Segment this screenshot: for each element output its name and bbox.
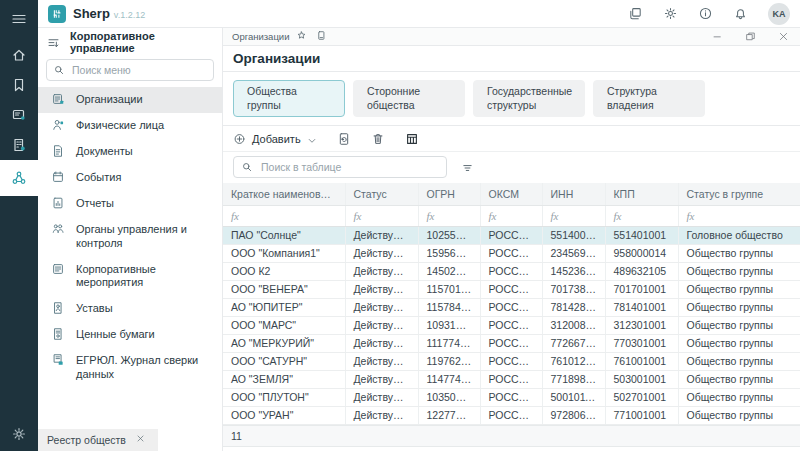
rail-item-hamburger-menu-icon[interactable] (0, 4, 38, 34)
sidebar-item[interactable]: Уставы (38, 296, 222, 322)
sidebar-item[interactable]: Органы управления и контроля (38, 217, 222, 257)
table-row[interactable]: ООО "МАРС"Действующее10931200011...РОССИ… (223, 316, 800, 334)
table-row[interactable]: ООО "УРАН"Действующее12277003975...РОССИ… (223, 406, 800, 424)
column-header[interactable]: ОГРН (418, 183, 480, 205)
table-cell: 7726678328 (542, 334, 605, 352)
table-cell: Действующее (345, 262, 418, 280)
page-icon[interactable] (316, 30, 329, 43)
document-tab-strip: Организации (223, 28, 800, 46)
table-cell: АО "ЮПИТЕР" (223, 298, 345, 316)
table-cell: ООО "ВЕНЕРА" (223, 280, 345, 298)
table-row[interactable]: АО "ЗЕМЛЯ"Действующее11477467465...РОССИ… (223, 370, 800, 388)
table-row[interactable]: ООО К2Действующее14502564789...РОССИЯ145… (223, 262, 800, 280)
table-cell: 9728068057 (542, 406, 605, 424)
sidebar-item[interactable]: Отчеты (38, 191, 222, 217)
view-tab[interactable]: Сторонние общества (353, 80, 465, 117)
column-filter[interactable]: fx (542, 205, 605, 226)
table-cell: РОССИЯ (480, 370, 542, 388)
minimize-icon[interactable] (712, 31, 723, 42)
column-header[interactable]: ИНН (542, 183, 605, 205)
view-tab[interactable]: Структура владения (593, 80, 705, 117)
table-cell: 770301001 (605, 334, 678, 352)
document-tab-organizations[interactable]: Организации (232, 30, 329, 43)
column-header[interactable]: Статус в группе (678, 183, 800, 205)
column-filter[interactable]: fx (678, 205, 800, 226)
rail-item-home-icon[interactable] (0, 40, 38, 70)
sidebar-item[interactable]: Корпоративные мероприятия (38, 257, 222, 297)
app-header: Sherp v.1.2.12 KA (38, 0, 800, 28)
table-cell: Действующее (345, 226, 418, 244)
collapse-menu-icon[interactable] (47, 36, 60, 49)
table-row[interactable]: ООО "ПЛУТОН"Действующее10350007089...РОС… (223, 388, 800, 406)
sidebar-item[interactable]: Документы (38, 139, 222, 165)
table-cell: Общество группы (678, 406, 800, 424)
column-header[interactable]: Краткое наименование (223, 183, 345, 205)
sidebar-item[interactable]: Организации (38, 87, 222, 113)
close-icon[interactable] (778, 31, 789, 42)
view-tab[interactable]: Общества группы (233, 80, 345, 117)
rail-item-building-icon[interactable] (0, 130, 38, 160)
column-filter[interactable]: fx (480, 205, 542, 226)
rail-item-cards-icon[interactable] (0, 100, 38, 130)
column-header[interactable]: ОКСМ (480, 183, 542, 205)
table-row[interactable]: АО "МЕРКУРИЙ"Действующее11177464814...РО… (223, 334, 800, 352)
rail-spacer (0, 196, 38, 417)
info-icon[interactable] (698, 6, 713, 21)
rail-item-group-structure-icon[interactable] (0, 160, 38, 196)
filter-button[interactable] (461, 161, 474, 174)
column-header[interactable]: Статус (345, 183, 418, 205)
add-button[interactable]: Добавить (233, 132, 317, 145)
table-row[interactable]: ООО "ВЕНЕРА"Действующее11570170138...РОС… (223, 280, 800, 298)
windows-icon[interactable] (628, 6, 643, 21)
table-cell: 3120086870 (542, 316, 605, 334)
column-header[interactable]: КПП (605, 183, 678, 205)
charter-icon (51, 302, 65, 316)
table-row[interactable]: АО "ЮПИТЕР"Действующее11578473507...РОСС… (223, 298, 800, 316)
settings-icon[interactable] (663, 6, 678, 21)
restore-icon[interactable] (745, 31, 756, 42)
sidebar-item[interactable]: ЕГРЮЛ. Журнал сверки данных (38, 348, 222, 388)
notifications-icon[interactable] (733, 6, 748, 21)
table-search-input[interactable] (259, 160, 439, 174)
menu-search-input[interactable] (70, 63, 207, 77)
table-row[interactable]: ООО "САТУРН"Действующее11976270103...РОС… (223, 352, 800, 370)
sidebar-item[interactable]: Ценные бумаги (38, 322, 222, 348)
table-cell: 771001001 (605, 406, 678, 424)
add-circle-icon (233, 132, 246, 145)
sherp-logo (48, 5, 66, 23)
table-cell: Общество группы (678, 316, 800, 334)
table-search[interactable] (233, 156, 447, 178)
user-avatar[interactable]: KA (768, 3, 790, 25)
bottom-tab-registry[interactable]: Реестр обществ (38, 429, 158, 451)
table-cell: 10255015770... (418, 226, 480, 244)
table-cell: 701701001 (605, 280, 678, 298)
favorite-star-icon[interactable] (296, 30, 309, 43)
table-cell: Головное общество (678, 226, 800, 244)
table-row[interactable]: ООО "Компания1"Действующее15956221234...… (223, 244, 800, 262)
column-filter[interactable]: fx (418, 205, 480, 226)
organizations-table: Краткое наименованиеСтатусОГРНОКСМИННКПП… (223, 183, 800, 425)
column-filter[interactable]: fx (605, 205, 678, 226)
rail-settings-button[interactable] (0, 417, 38, 451)
delete-icon[interactable] (371, 132, 385, 146)
row-count: 11 (231, 430, 242, 442)
rail-item-bookmark-icon[interactable] (0, 70, 38, 100)
import-document-icon[interactable] (337, 132, 351, 146)
sidebar: Корпоративное управление ОрганизацииФизи… (38, 28, 223, 451)
sidebar-item[interactable]: Физические лица (38, 113, 222, 139)
table-row[interactable]: ПАО "Солнце"Действующее10255015770...РОС… (223, 226, 800, 244)
title-row: Организации (223, 46, 800, 72)
table-cell: 551401001 (605, 226, 678, 244)
sidebar-item-label: Отчеты (76, 197, 114, 211)
table-cell: Действующее (345, 370, 418, 388)
table-cell: 11477467465... (418, 370, 480, 388)
table-cell: РОССИЯ (480, 280, 542, 298)
view-tab[interactable]: Государственные структуры (473, 80, 585, 117)
table-columns-icon[interactable] (405, 132, 419, 146)
event-icon (51, 171, 65, 185)
menu-search[interactable] (46, 59, 214, 81)
column-filter[interactable]: fx (345, 205, 418, 226)
sidebar-item[interactable]: События (38, 165, 222, 191)
column-filter[interactable]: fx (223, 205, 345, 226)
close-icon[interactable] (136, 434, 149, 447)
